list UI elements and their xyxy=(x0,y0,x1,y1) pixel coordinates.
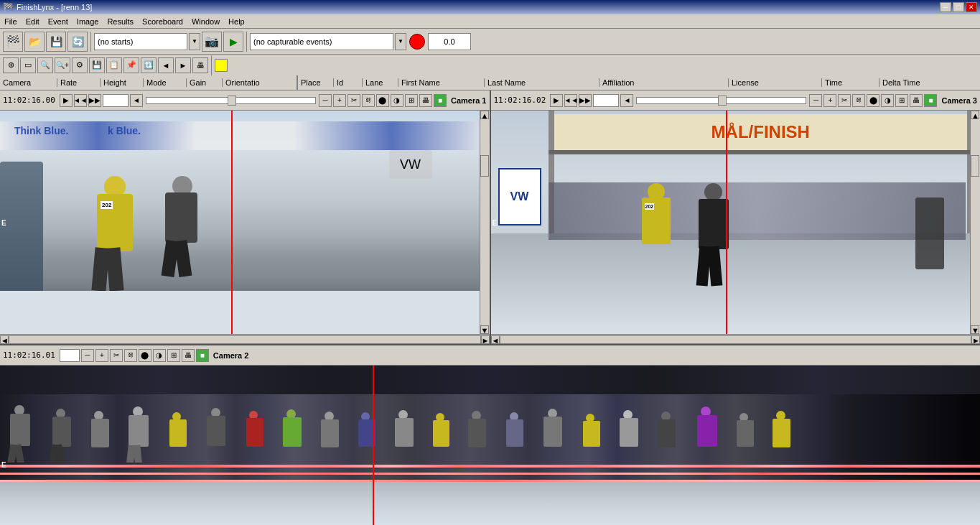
camera2-image[interactable]: E xyxy=(0,366,980,525)
cam1-hscrollbar[interactable]: ◄ ► xyxy=(0,334,490,344)
starts-dropdown-arrow[interactable]: ▼ xyxy=(189,33,200,50)
cam2-cut[interactable]: ✂ xyxy=(110,349,123,362)
cam3-hscroll-track[interactable] xyxy=(500,335,972,344)
minimize-button[interactable]: ─ xyxy=(940,2,951,12)
tool-paste[interactable]: 📌 xyxy=(123,57,139,73)
cam3-scroll-up[interactable]: ▲ xyxy=(971,111,979,119)
cam1-link[interactable]: ⛓ xyxy=(362,94,375,107)
refresh-btn[interactable]: 🔄 xyxy=(67,32,88,52)
cam3-scroll-thumb[interactable] xyxy=(971,155,979,177)
cam1-scroll-up[interactable]: ▲ xyxy=(480,111,489,119)
cam2-zoom-plus[interactable]: + xyxy=(95,349,108,362)
cam1-zoom-shrink[interactable]: ◄ xyxy=(130,94,143,107)
cam3-link[interactable]: ⛓ xyxy=(852,94,865,107)
cam1-zoom-in[interactable]: ─ xyxy=(319,94,332,107)
cam2-link[interactable]: ⛓ xyxy=(124,349,137,362)
events-dropdown-arrow[interactable]: ▼ xyxy=(395,33,406,50)
cam1-print[interactable]: 🖶 xyxy=(419,94,432,107)
cam2-zoom[interactable]: 14 xyxy=(60,349,80,362)
save-btn[interactable]: 💾 xyxy=(46,32,66,52)
cam3-zoom-out-plus[interactable]: + xyxy=(823,94,836,107)
cam1-hscroll-left[interactable]: ◄ xyxy=(0,335,9,344)
menu-bar: File Edit Event Image Results Scoreboard… xyxy=(0,14,980,29)
cam3-snow xyxy=(491,233,981,334)
tool-zoom2[interactable]: 🔍+ xyxy=(55,57,70,73)
camera3-image[interactable]: MÅL/FINISH VW VW xyxy=(491,111,981,334)
cam3-slider[interactable] xyxy=(636,97,806,104)
menu-event[interactable]: Event xyxy=(44,16,73,27)
tool-zoom[interactable]: 🔍 xyxy=(37,57,53,73)
close-button[interactable]: ✕ xyxy=(966,2,977,12)
cam2-print[interactable]: 🖶 xyxy=(182,349,195,362)
open-btn[interactable]: 📂 xyxy=(24,32,45,52)
menu-file[interactable]: File xyxy=(0,16,22,27)
cam3-hscrollbar[interactable]: ◄ ► xyxy=(491,334,981,344)
cam2-export[interactable]: ■ xyxy=(196,349,209,362)
tool-right[interactable]: ► xyxy=(175,57,191,73)
app-icon: 🏁 xyxy=(3,2,14,12)
tool-refresh2[interactable]: 🔃 xyxy=(141,57,157,73)
cam2-sk10 xyxy=(350,412,386,463)
cam1-vscrollbar[interactable]: ▲ ▼ xyxy=(480,111,490,334)
cam3-halfcircle[interactable]: ◑ xyxy=(881,94,894,107)
cam1-cut[interactable]: ✂ xyxy=(347,94,360,107)
cam1-halfcircle[interactable]: ◑ xyxy=(391,94,403,107)
camera1-image[interactable]: Think Blue. k Blue. VW 202 xyxy=(0,111,490,334)
starts-dropdown[interactable]: (no starts) xyxy=(94,33,187,50)
cam1-hscroll-right[interactable]: ► xyxy=(481,335,490,344)
menu-help[interactable]: Help xyxy=(224,16,249,27)
cam3-vscrollbar[interactable]: ▲ ▼ xyxy=(970,111,980,334)
cam2-zoom-minus[interactable]: ─ xyxy=(81,349,94,362)
tool-print[interactable]: 🖶 xyxy=(192,57,208,73)
cam1-slider[interactable] xyxy=(146,97,316,104)
tool-config[interactable]: ⚙ xyxy=(72,57,88,73)
cam3-hscroll-left[interactable]: ◄ xyxy=(491,335,500,344)
cam3-cut[interactable]: ✂ xyxy=(838,94,851,107)
cam3-expand[interactable]: ⊞ xyxy=(895,94,908,107)
menu-scoreboard[interactable]: Scoreboard xyxy=(138,16,187,27)
green-play-btn[interactable]: ▶ xyxy=(223,32,243,52)
cam1-circle[interactable]: ⬤ xyxy=(376,94,389,107)
cam3-zoom[interactable]: 100 xyxy=(593,94,619,107)
green-camera-btn[interactable]: 📷 xyxy=(202,32,222,52)
cam3-scroll-down[interactable]: ▼ xyxy=(971,325,979,334)
tool-copy[interactable]: 📋 xyxy=(106,57,122,73)
menu-edit[interactable]: Edit xyxy=(22,16,44,27)
cam3-export[interactable]: ■ xyxy=(924,94,937,107)
cam3-hscroll-right[interactable]: ► xyxy=(971,335,980,344)
menu-image[interactable]: Image xyxy=(73,16,103,27)
cam3-next[interactable]: ▶▶ xyxy=(579,94,592,107)
stop-btn[interactable] xyxy=(409,34,425,50)
cam1-scroll-thumb[interactable] xyxy=(480,155,489,177)
tool-left[interactable]: ◄ xyxy=(158,57,174,73)
cam3-zoom-in[interactable]: ─ xyxy=(809,94,822,107)
app-logo-btn[interactable]: 🏁 xyxy=(3,32,23,52)
tool-save-img[interactable]: 💾 xyxy=(89,57,105,73)
cam1-zoom[interactable]: 100 xyxy=(103,94,129,107)
cam1-prev[interactable]: ◄◄ xyxy=(74,94,87,107)
menu-window[interactable]: Window xyxy=(187,16,224,27)
menu-results[interactable]: Results xyxy=(103,16,138,27)
title-bar-controls[interactable]: ─ □ ✕ xyxy=(940,2,977,12)
events-dropdown[interactable]: (no capturable events) xyxy=(250,33,393,50)
cam3-zoom-shrink[interactable]: ◄ xyxy=(620,94,633,107)
cam3-circle[interactable]: ⬤ xyxy=(867,94,879,107)
cam1-expand[interactable]: ⊞ xyxy=(405,94,418,107)
cam1-scroll-down[interactable]: ▼ xyxy=(480,325,489,334)
cam1-next[interactable]: ▶▶ xyxy=(88,94,101,107)
tool-select[interactable]: ▭ xyxy=(20,57,36,73)
cam1-hscroll-track[interactable] xyxy=(9,335,481,344)
cam2-expand[interactable]: ⊞ xyxy=(167,349,180,362)
cam2-circle[interactable]: ⬤ xyxy=(139,349,151,362)
cam1-zoom-out-plus[interactable]: + xyxy=(333,94,346,107)
cam3-play[interactable]: ▶ xyxy=(550,94,563,107)
restore-button[interactable]: □ xyxy=(953,2,964,12)
cam1-export[interactable]: ■ xyxy=(434,94,447,107)
cam3-crowd xyxy=(549,182,966,240)
tool-crosshair[interactable]: ⊕ xyxy=(3,57,19,73)
cam3-print[interactable]: 🖶 xyxy=(910,94,923,107)
cam2-halfcircle[interactable]: ◑ xyxy=(153,349,166,362)
cam2-sk18 xyxy=(649,412,686,463)
cam3-prev[interactable]: ◄◄ xyxy=(564,94,577,107)
cam1-play[interactable]: ▶ xyxy=(60,94,73,107)
